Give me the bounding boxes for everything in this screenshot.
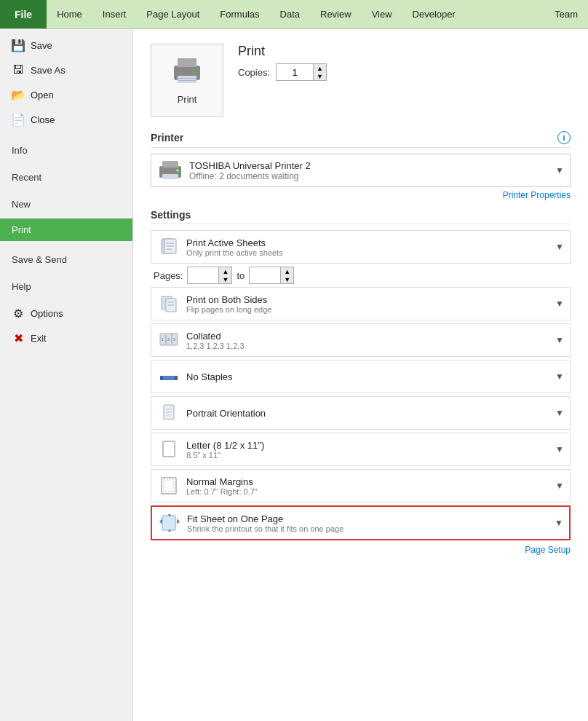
- printer-small-icon: [157, 159, 183, 182]
- page-setup-link[interactable]: Page Setup: [151, 545, 571, 555]
- printer-dropdown[interactable]: TOSHIBA Universal Printer 2 Offline: 2 d…: [151, 154, 571, 187]
- portrait-text: Portrait Orientation: [186, 408, 549, 419]
- sidebar-item-save-send[interactable]: Save & Send: [0, 247, 132, 268]
- pages-to-buttons: ▲ ▼: [280, 267, 293, 283]
- save-as-icon: 🖫: [12, 63, 25, 76]
- collated-text: Collated 1,2,3 1,2,3 1,2,3: [186, 331, 549, 350]
- main-layout: 💾 Save 🖫 Save As 📂 Open 📄 Close Info Rec…: [0, 29, 588, 721]
- portrait-icon: [157, 401, 180, 425]
- svg-rect-8: [162, 174, 178, 179]
- sidebar-item-close[interactable]: 📄 Close: [0, 107, 132, 132]
- pages-from-input[interactable]: [188, 268, 218, 283]
- settings-section-header: Settings: [151, 209, 571, 224]
- menu-data[interactable]: Data: [270, 0, 310, 28]
- copies-decrement-button[interactable]: ▼: [313, 72, 326, 80]
- copies-section: Print Copies: 1 ▲ ▼: [238, 44, 327, 81]
- menu-page-layout[interactable]: Page Layout: [136, 0, 210, 28]
- sidebar-item-print[interactable]: Print: [0, 218, 132, 241]
- both-sides-icon: [157, 292, 180, 315]
- copies-label: Copies:: [238, 67, 270, 78]
- sidebar-item-recent[interactable]: Recent: [0, 165, 132, 186]
- printer-properties-link[interactable]: Printer Properties: [151, 190, 571, 200]
- settings-portrait[interactable]: Portrait Orientation ▼: [151, 396, 571, 430]
- svg-rect-4: [178, 80, 196, 81]
- menu-home[interactable]: Home: [47, 0, 92, 28]
- menu-review[interactable]: Review: [310, 0, 362, 28]
- pages-from-spinner: ▲ ▼: [187, 267, 232, 284]
- printer-info: TOSHIBA Universal Printer 2 Offline: 2 d…: [189, 160, 549, 181]
- letter-arrow: ▼: [555, 444, 564, 454]
- content-area: Print Print Copies: 1 ▲ ▼ Printer: [133, 29, 588, 721]
- options-icon: ⚙: [12, 307, 25, 320]
- pages-row: Pages: ▲ ▼ to ▲ ▼: [151, 267, 571, 284]
- pages-to-spinner: ▲ ▼: [249, 267, 294, 284]
- both-sides-text: Print on Both Sides Flip pages on long e…: [186, 294, 549, 314]
- printer-section-header: Printer i: [151, 131, 571, 148]
- to-label: to: [237, 270, 245, 281]
- copies-increment-button[interactable]: ▲: [313, 64, 326, 72]
- printer-dropdown-arrow: ▼: [555, 165, 564, 176]
- copies-input[interactable]: 1: [277, 65, 313, 80]
- sidebar-item-save-as[interactable]: 🖫 Save As: [0, 58, 132, 82]
- menu-team[interactable]: Team: [544, 0, 588, 28]
- settings-margins[interactable]: Normal Margins Left: 0.7" Right: 0.7" ▼: [151, 469, 571, 503]
- close-icon: 📄: [12, 113, 25, 126]
- sidebar-item-options[interactable]: ⚙ Options: [0, 301, 132, 326]
- svg-rect-3: [194, 70, 196, 73]
- sidebar-item-exit[interactable]: ✖ Exit: [0, 326, 132, 350]
- both-sides-arrow: ▼: [555, 299, 564, 309]
- pages-to-decrement[interactable]: ▼: [280, 275, 293, 283]
- info-icon[interactable]: i: [557, 131, 571, 144]
- collated-arrow: ▼: [555, 335, 564, 345]
- svg-rect-7: [162, 161, 178, 168]
- open-icon: 📂: [12, 88, 25, 101]
- fit-sheet-arrow: ▼: [555, 518, 563, 528]
- sidebar-item-save[interactable]: 💾 Save: [0, 33, 132, 58]
- no-staples-arrow: ▼: [555, 371, 564, 382]
- menu-view[interactable]: View: [362, 0, 402, 28]
- sidebar-item-help[interactable]: Help: [0, 274, 132, 295]
- settings-no-staples[interactable]: No Staples ▼: [151, 360, 571, 393]
- svg-rect-5: [178, 78, 196, 79]
- menu-developer[interactable]: Developer: [402, 0, 466, 28]
- menu-insert[interactable]: Insert: [92, 0, 137, 28]
- svg-rect-1: [178, 58, 196, 67]
- pages-to-input[interactable]: [250, 268, 280, 283]
- exit-icon: ✖: [12, 331, 25, 344]
- settings-collated[interactable]: 1 2 3 Collated 1,2,3 1,2,3 1,2,3 ▼: [151, 323, 571, 357]
- svg-text:2: 2: [167, 337, 170, 342]
- margins-text: Normal Margins Left: 0.7" Right: 0.7": [186, 476, 549, 496]
- copies-spinner: 1 ▲ ▼: [276, 63, 327, 81]
- svg-rect-27: [160, 376, 163, 380]
- file-tab[interactable]: File: [0, 0, 47, 28]
- print-title: Print: [238, 44, 327, 59]
- sidebar-item-open[interactable]: 📂 Open: [0, 82, 132, 107]
- pages-from-increment[interactable]: ▲: [218, 267, 231, 275]
- settings-letter[interactable]: Letter (8 1/2 x 11") 8.5" x 11" ▼: [151, 433, 571, 466]
- print-button[interactable]: Print: [151, 44, 223, 117]
- settings-print-active-sheets[interactable]: Print Active Sheets Only print the activ…: [151, 230, 571, 264]
- settings-fit-sheet[interactable]: Fit Sheet on One Page Shrink the printou…: [151, 505, 571, 540]
- sidebar-item-info[interactable]: Info: [0, 138, 132, 159]
- printer-status: Offline: 2 documents waiting: [189, 171, 549, 181]
- sidebar: 💾 Save 🖫 Save As 📂 Open 📄 Close Info Rec…: [0, 29, 133, 721]
- pages-to-increment[interactable]: ▲: [280, 267, 293, 275]
- svg-rect-36: [162, 516, 175, 530]
- copies-row: Copies: 1 ▲ ▼: [238, 63, 327, 81]
- letter-text: Letter (8 1/2 x 11") 8.5" x 11": [186, 440, 549, 460]
- active-sheets-arrow: ▼: [555, 242, 564, 252]
- pages-from-decrement[interactable]: ▼: [218, 275, 231, 283]
- collated-icon: 1 2 3: [157, 328, 180, 352]
- settings-both-sides[interactable]: Print on Both Sides Flip pages on long e…: [151, 287, 571, 320]
- fit-sheet-text: Fit Sheet on One Page Shrink the printou…: [187, 513, 549, 533]
- no-staples-icon: [157, 365, 180, 388]
- svg-rect-28: [175, 376, 178, 380]
- save-icon: 💾: [12, 39, 25, 52]
- margins-arrow: ▼: [555, 481, 564, 491]
- letter-icon: [157, 438, 180, 461]
- no-staples-text: No Staples: [186, 371, 549, 382]
- sidebar-item-new[interactable]: New: [0, 192, 132, 213]
- svg-rect-33: [163, 441, 175, 457]
- menu-formulas[interactable]: Formulas: [210, 0, 269, 28]
- margins-icon: [157, 474, 180, 497]
